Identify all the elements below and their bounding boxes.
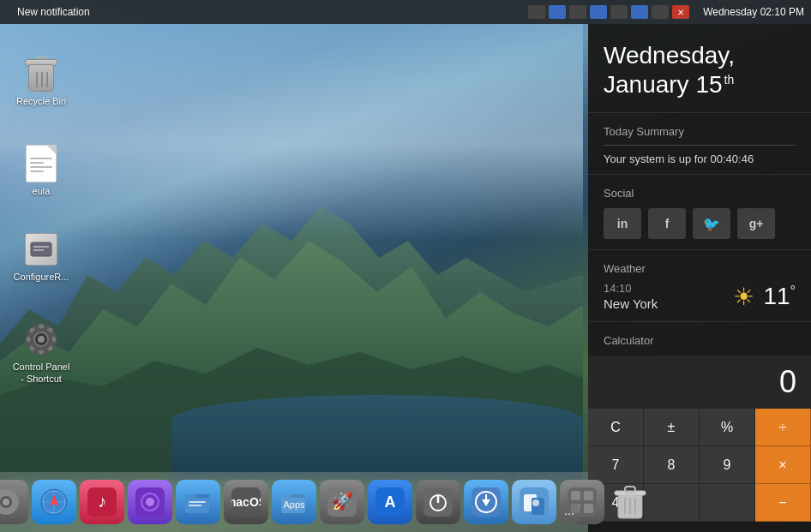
configure-icon-img	[23, 231, 59, 267]
svg-rect-4	[33, 249, 44, 251]
dock-item-download[interactable]	[464, 480, 508, 524]
weather-right: ☀ 11°	[733, 283, 796, 311]
linkedin-button[interactable]: in	[604, 208, 641, 239]
weather-city: New York	[604, 296, 658, 311]
svg-rect-30	[189, 505, 201, 506]
notification-text: New notification	[17, 6, 521, 18]
menubar-icon-4[interactable]	[590, 5, 607, 19]
dock-item-launchpad[interactable]: 🚀	[320, 480, 364, 524]
right-panel: Wednesday, January 15th Today Summary Yo…	[588, 24, 811, 532]
calculator-display: 0	[588, 356, 811, 409]
control-panel-label: Control Panel - Shortcut	[13, 361, 70, 386]
date-display: Wednesday, January 15th	[604, 41, 796, 99]
svg-point-17	[3, 499, 9, 505]
svg-point-27	[146, 498, 154, 506]
menubar-icon-2[interactable]	[549, 5, 566, 19]
social-section: Social in f 🐦 g+	[588, 175, 811, 250]
dock-item-macos[interactable]: macOS	[224, 480, 268, 524]
recycle-bin-icon-img	[23, 56, 59, 92]
svg-rect-29	[189, 501, 206, 503]
desktop-icon-eula[interactable]: eula	[7, 146, 75, 197]
dock-item-system-prefs[interactable]	[0, 480, 28, 524]
svg-point-7	[38, 336, 45, 343]
social-buttons: in f 🐦 g+	[604, 208, 796, 239]
uptime-text: Your system is up for 00:40:46	[604, 152, 796, 165]
svg-rect-52	[584, 491, 593, 500]
menubar-icon-close[interactable]: ✕	[672, 5, 689, 19]
menubar-icon-3[interactable]	[569, 5, 586, 19]
facebook-button[interactable]: f	[648, 208, 686, 239]
calculator-title: Calculator	[588, 334, 811, 347]
eula-label: eula	[33, 185, 51, 197]
google-plus-button[interactable]: g+	[737, 208, 775, 239]
configure-label: ConfigureR...	[14, 271, 69, 283]
date-section: Wednesday, January 15th	[588, 24, 811, 113]
dock-item-safari[interactable]	[32, 480, 76, 524]
dock-item-preview[interactable]	[512, 480, 556, 524]
date-superscript: th	[724, 74, 735, 86]
eula-icon-img	[23, 146, 59, 182]
today-summary-title: Today Summary	[604, 125, 796, 138]
menubar-icon-5[interactable]	[610, 5, 628, 19]
calc-btn-multiply[interactable]: ×	[755, 446, 811, 484]
dock-item-music[interactable]: ♪	[80, 480, 124, 524]
date-month-day: January 15th	[604, 70, 796, 99]
desktop-icon-configure[interactable]: ConfigureR...	[7, 231, 75, 283]
svg-text:🚀: 🚀	[332, 491, 353, 511]
dock-item-app-store[interactable]: A	[368, 480, 412, 524]
svg-text:Apps: Apps	[283, 499, 305, 510]
dock-item-siri[interactable]	[128, 480, 172, 524]
desktop-icon-recycle-bin[interactable]: Recycle Bin	[7, 56, 75, 107]
dock-item-trash[interactable]	[608, 480, 652, 524]
menubar-icon-6[interactable]	[631, 5, 648, 19]
calc-btn-divide[interactable]: ÷	[755, 409, 811, 446]
svg-rect-54	[584, 504, 593, 513]
weather-left: 14:10 New York	[604, 282, 658, 311]
svg-text:macOS: macOS	[231, 495, 261, 509]
svg-rect-51	[571, 491, 580, 500]
svg-point-49	[532, 499, 539, 506]
menubar-clock: Wednesday 02:10 PM	[703, 6, 804, 18]
today-summary-section: Today Summary Your system is up for 00:4…	[588, 113, 811, 175]
calc-btn-minus[interactable]: −	[755, 484, 811, 522]
desktop: New notification ✕ Wednesday 02:10 PM	[0, 0, 811, 532]
weather-time: 14:10	[604, 282, 658, 295]
dock: ♪ macOS	[0, 472, 588, 532]
svg-text:A: A	[385, 493, 396, 511]
menubar: New notification ✕ Wednesday 02:10 PM	[0, 0, 811, 24]
dock-item-app-folder[interactable]: Apps	[272, 480, 316, 524]
weather-section: Weather 14:10 New York ☀ 11°	[588, 250, 811, 322]
dock-more-button[interactable]: ···	[557, 501, 581, 525]
svg-text:♪: ♪	[98, 492, 106, 511]
twitter-button[interactable]: 🐦	[693, 208, 730, 239]
weather-title: Weather	[604, 262, 796, 275]
recycle-bin-label: Recycle Bin	[16, 95, 66, 107]
calc-btn-9[interactable]: 9	[700, 446, 755, 484]
social-title: Social	[604, 187, 796, 200]
weather-content: 14:10 New York ☀ 11°	[604, 282, 796, 311]
calc-btn-8[interactable]: 8	[644, 446, 700, 484]
calc-btn-plusminus[interactable]: ±	[644, 409, 700, 446]
calc-btn-percent[interactable]: %	[700, 409, 755, 446]
dock-item-power[interactable]	[416, 480, 460, 524]
menubar-icon-7[interactable]	[652, 5, 669, 19]
dock-item-files[interactable]	[176, 480, 220, 524]
desktop-icon-control-panel[interactable]: Control Panel - Shortcut	[7, 321, 75, 386]
calc-btn-c[interactable]: C	[588, 409, 644, 446]
date-month-day-text: January 15	[604, 70, 723, 99]
calc-btn-7[interactable]: 7	[588, 446, 644, 484]
control-panel-icon-img	[23, 321, 59, 357]
weather-sun-icon: ☀	[733, 283, 754, 311]
date-day: Wednesday,	[604, 41, 796, 70]
menubar-icons: ✕	[528, 5, 689, 19]
calc-btn-6[interactable]	[700, 484, 755, 522]
svg-rect-3	[33, 246, 49, 248]
weather-temperature: 11°	[763, 283, 796, 310]
menubar-icon-1[interactable]	[528, 5, 545, 19]
